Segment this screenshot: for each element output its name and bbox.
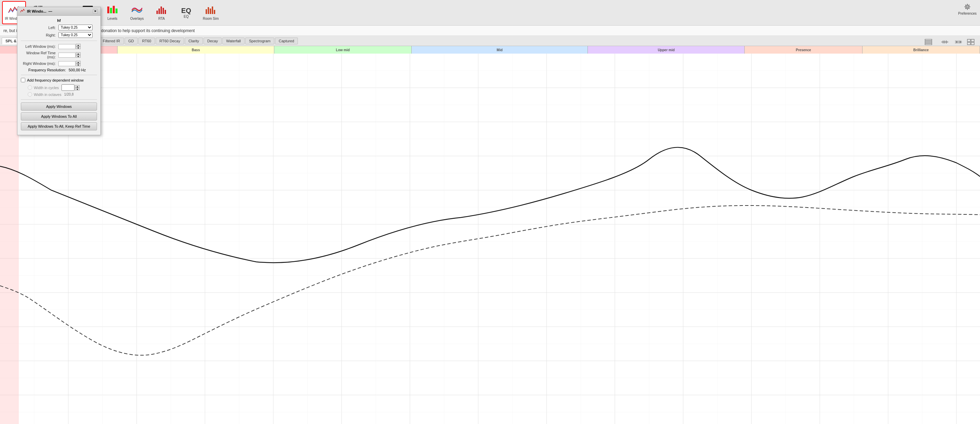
left-window-select[interactable]: Tukey 0.25 Tukey 0.5 Hanning Rectangular…: [59, 25, 92, 30]
svg-rect-4: [115, 8, 118, 13]
window-ref-time-row: Window Ref Time (ms): 0 ▲ ▼: [21, 51, 97, 59]
tab-captured[interactable]: Captured: [275, 38, 298, 44]
left-window-ms-down[interactable]: ▼: [76, 46, 81, 49]
dialog-body: hf Left: Tukey 0.25 Tukey 0.5 Hanning Re…: [18, 16, 100, 135]
right-window-ms-spinner-btns: ▲ ▼: [76, 61, 81, 66]
tab-waterfall[interactable]: Waterfall: [223, 38, 245, 44]
svg-rect-13: [212, 6, 213, 14]
dialog-titlebar: IR Windo... — ✕: [18, 7, 100, 16]
preferences-label: Preferences: [958, 12, 977, 15]
width-octaves-label: Width in octaves: [34, 92, 62, 97]
tab-rt60[interactable]: RT60: [138, 38, 155, 44]
width-octaves-row: Width in octaves 1/20,8: [28, 92, 97, 97]
add-freq-window-checkbox[interactable]: [21, 78, 25, 82]
chart-area: [0, 54, 980, 424]
limits-icon: [955, 39, 962, 47]
overlays-icon: [131, 5, 143, 16]
left-window-label: Left:: [21, 25, 59, 30]
tab-clarity[interactable]: Clarity: [185, 38, 203, 44]
svg-rect-28: [967, 39, 970, 42]
svg-rect-5: [156, 11, 158, 14]
apply-windows-to-all-button[interactable]: Apply Windows To All: [21, 112, 97, 121]
ir-window-dialog: IR Windo... — ✕ hf Left: Tukey 0.25 Tuke…: [17, 7, 101, 135]
freq-band-upper-mid: Upper mid: [588, 46, 745, 54]
tab-decay[interactable]: Decay: [204, 38, 222, 44]
freq-resolution-row: Frequency Resolution: 500,00 Hz: [21, 68, 97, 72]
rta-button[interactable]: RTA: [150, 1, 173, 24]
svg-rect-2: [110, 8, 112, 13]
radio-section: Width in cycles 15 ▲ ▼ Width in octaves …: [28, 84, 97, 97]
left-window-row: Left: Tukey 0.25 Tukey 0.5 Hanning Recta…: [21, 25, 97, 30]
left-window-ms-row: Left Window (ms): 125 ▲ ▼: [21, 44, 97, 49]
tab-filtered-ir[interactable]: Filtered IR: [99, 38, 124, 44]
svg-rect-7: [161, 6, 162, 14]
tab-gd[interactable]: GD: [125, 38, 138, 44]
left-window-ms-spinner-btns: ▲ ▼: [76, 44, 81, 49]
apply-windows-button[interactable]: Apply Windows: [21, 102, 97, 111]
svg-rect-31: [971, 42, 974, 45]
tab-rt60-decay[interactable]: RT60 Decay: [156, 38, 184, 44]
window-ref-time-label: Window Ref Time (ms):: [21, 51, 59, 59]
svg-rect-1: [107, 6, 109, 13]
freq-resolution-value: 500,00 Hz: [68, 68, 86, 72]
left-window-ms-up[interactable]: ▲: [76, 44, 81, 46]
rta-icon: [156, 5, 167, 16]
right-window-select[interactable]: Tukey 0.25 Tukey 0.5 Hanning Rectangular…: [59, 32, 92, 38]
width-cycles-radio[interactable]: [28, 85, 32, 90]
window-ref-time-spinner-btns: ▲ ▼: [76, 52, 81, 58]
width-octaves-radio[interactable]: [28, 92, 32, 97]
frequency-response-chart: [0, 54, 980, 424]
svg-rect-8: [162, 8, 164, 14]
window-ref-time-up[interactable]: ▲: [76, 52, 81, 55]
eq-label: EQ: [184, 15, 189, 18]
eq-button[interactable]: EQ EQ: [174, 1, 198, 24]
tabs-bar: SPL & Phase All SPL Distortion Impulse F…: [0, 36, 980, 46]
svg-rect-6: [159, 8, 160, 14]
width-cycles-row: Width in cycles 15 ▲ ▼: [28, 84, 97, 91]
levels-button[interactable]: Levels: [100, 1, 124, 24]
width-octaves-value: 1/20,8: [64, 92, 74, 96]
width-cycles-up[interactable]: ▲: [75, 85, 80, 88]
freq-band-brilliance: Brilliance: [862, 46, 980, 54]
svg-rect-11: [208, 7, 209, 14]
width-cycles-btns: ▲ ▼: [75, 85, 80, 91]
tab-spectrogram[interactable]: Spectrogram: [245, 38, 274, 44]
apply-windows-to-all-keep-button[interactable]: Apply Windows To All, Keep Ref Time: [21, 122, 97, 130]
width-cycles-down[interactable]: ▼: [75, 88, 80, 91]
left-window-ms-spinner: 125 ▲ ▼: [59, 44, 81, 49]
svg-rect-81: [0, 54, 19, 424]
donation-bar: re, but if you can afford to please clic…: [0, 25, 980, 36]
left-window-ms-input[interactable]: 125: [59, 44, 75, 49]
svg-point-15: [967, 6, 968, 8]
svg-rect-17: [925, 41, 932, 43]
freq-band-presence: Presence: [745, 46, 862, 54]
preferences-button[interactable]: Preferences: [958, 3, 977, 15]
width-cycles-label: Width in cycles: [34, 86, 59, 90]
window-ref-time-input[interactable]: 0: [59, 52, 75, 58]
width-cycles-input[interactable]: 15: [62, 84, 75, 91]
overlays-button[interactable]: Overlays: [125, 1, 149, 24]
freq-resolution-label: Frequency Resolution:: [21, 68, 68, 72]
svg-rect-12: [210, 8, 211, 14]
svg-rect-16: [925, 39, 932, 41]
room-sim-button[interactable]: Room Sim: [199, 1, 223, 24]
right-window-ms-up[interactable]: ▲: [76, 61, 81, 64]
svg-marker-27: [960, 41, 961, 43]
window-ref-time-down[interactable]: ▼: [76, 55, 81, 58]
right-window-ms-row: Right Window (ms): 2,00 ▲ ▼: [21, 61, 97, 66]
dialog-close-button[interactable]: ✕: [93, 9, 98, 14]
levels-icon: [107, 5, 118, 16]
right-window-label: Right:: [21, 33, 59, 37]
width-cycles-spinner: 15 ▲ ▼: [62, 84, 80, 91]
right-window-ms-spinner: 2,00 ▲ ▼: [59, 61, 81, 66]
right-window-ms-input[interactable]: 2,00: [59, 61, 75, 66]
freq-axis-icon: [941, 39, 948, 47]
left-window-ms-label: Left Window (ms):: [21, 44, 59, 48]
svg-rect-3: [113, 6, 115, 13]
svg-rect-9: [165, 10, 166, 14]
dialog-title: IR Windo...: [27, 9, 46, 13]
dialog-title-icon: [20, 8, 25, 14]
right-window-ms-down[interactable]: ▼: [76, 64, 81, 66]
rta-label: RTA: [158, 17, 165, 21]
room-sim-label: Room Sim: [203, 17, 219, 21]
